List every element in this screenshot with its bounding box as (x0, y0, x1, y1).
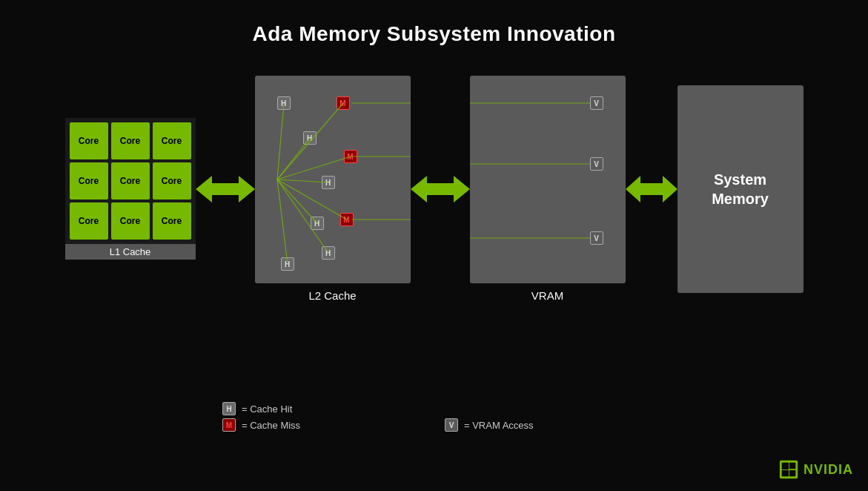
vram-legend-area: V = VRAM Access (445, 418, 534, 432)
system-memory-panel: System Memory (677, 85, 804, 293)
core-cell: Core (153, 162, 191, 200)
nvidia-icon (778, 459, 799, 480)
badge-h: H (311, 217, 324, 230)
vram-panel: V V V (470, 76, 626, 283)
svg-line-9 (277, 179, 288, 264)
svg-marker-0 (196, 176, 255, 202)
l2-cache-panel: H H H H H H M M M (255, 76, 411, 283)
svg-line-1 (277, 103, 284, 179)
arrow-vram-sysmem (626, 173, 677, 205)
badge-m: M (337, 96, 350, 110)
core-cell: Core (111, 162, 150, 200)
l2-panel-wrapper: H H H H H H M M M (255, 76, 411, 302)
core-cell: Core (111, 202, 150, 240)
page-title: Ada Memory Subsystem Innovation (0, 0, 868, 46)
core-cell: Core (111, 122, 150, 159)
svg-rect-20 (782, 470, 789, 476)
l2-cache-label: L2 Cache (255, 289, 411, 302)
legend-m-item: M = Cache Miss (222, 418, 300, 432)
legend-h-badge: H (222, 402, 236, 415)
arrow-l1-l2 (196, 171, 255, 208)
badge-h: H (277, 96, 291, 110)
vram-panel-wrapper: V V V VRAM (470, 76, 626, 302)
badge-h: H (322, 246, 335, 260)
core-cell: Core (70, 122, 108, 159)
badge-v: V (590, 157, 603, 171)
l1-cache-section: Core Core Core Core Core Core Core Core … (65, 118, 196, 260)
svg-line-4 (277, 179, 328, 182)
legend-m-badge: M (222, 418, 236, 432)
legend-v-text: = VRAM Access (464, 420, 534, 431)
vram-label: VRAM (470, 289, 626, 302)
badge-h: H (303, 131, 317, 145)
legend-m-text: = Cache Miss (242, 420, 300, 431)
system-memory-text: System Memory (712, 170, 769, 208)
badge-h: H (281, 257, 294, 271)
legend-h-item: H = Cache Hit (222, 402, 300, 415)
svg-marker-17 (626, 176, 677, 202)
sys-mem-panel-wrapper: System Memory (677, 85, 804, 293)
badge-h: H (322, 176, 335, 189)
l1-cache-label: L1 Cache (65, 244, 196, 260)
core-grid: Core Core Core Core Core Core Core Core … (65, 118, 196, 244)
svg-line-6 (277, 179, 347, 220)
badge-v: V (590, 96, 603, 110)
nvidia-logo: NVIDIA (778, 459, 853, 480)
legend-v-badge: V (445, 418, 458, 432)
nvidia-text: NVIDIA (804, 462, 853, 478)
svg-line-5 (277, 156, 351, 179)
svg-rect-22 (789, 470, 795, 476)
badge-m: M (344, 150, 357, 163)
badge-v: V (590, 231, 603, 245)
core-cell: Core (70, 162, 108, 200)
core-cell: Core (70, 202, 108, 240)
badge-m: M (340, 213, 354, 226)
svg-marker-13 (411, 176, 470, 202)
legend-h-text: = Cache Hit (242, 403, 292, 415)
core-cell: Core (153, 202, 191, 240)
svg-rect-21 (789, 463, 795, 469)
diagram-area: Core Core Core Core Core Core Core Core … (0, 76, 868, 302)
legend-area: H = Cache Hit M = Cache Miss (222, 402, 300, 432)
svg-rect-19 (782, 463, 789, 469)
core-cell: Core (153, 122, 191, 159)
arrow-l2-vram (411, 171, 470, 208)
